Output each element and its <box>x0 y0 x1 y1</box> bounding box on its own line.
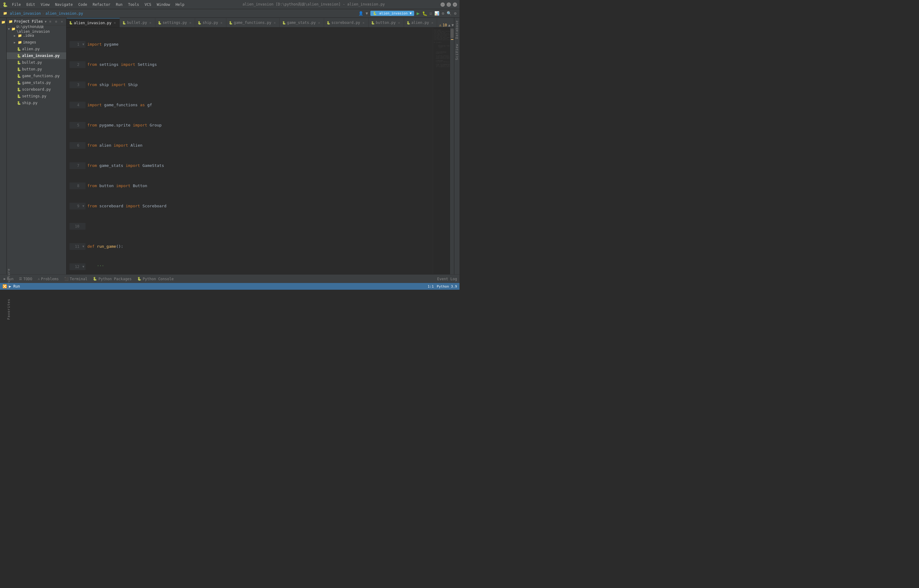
fold-4[interactable] <box>81 102 86 108</box>
menu-navigate[interactable]: Navigate <box>53 2 75 7</box>
tab-ship[interactable]: 🐍 ship.py ✕ <box>195 18 226 27</box>
tab-bullet[interactable]: 🐍 bullet.py ✕ <box>120 18 155 27</box>
tab-settings[interactable]: 🐍 settings.py ✕ <box>155 18 195 27</box>
python-version-indicator[interactable]: Python 3.9 <box>437 284 457 289</box>
line-num-2: 2 <box>69 61 81 68</box>
project-switcher[interactable]: 🐍 alien_invasion ▼ <box>370 11 414 16</box>
tab-alien[interactable]: 🐍 alien.py ✕ <box>404 18 438 27</box>
tab-close-game-functions[interactable]: ✕ <box>273 21 277 25</box>
python-packages-tab[interactable]: 🐍 Python Packages <box>90 275 134 283</box>
line-num-5: 5 <box>69 122 81 129</box>
close-panel-icon[interactable]: ✕ <box>60 19 64 24</box>
tree-item-alien-invasion[interactable]: 🐍 alien_invasion.py <box>7 52 66 59</box>
collapse-all-icon[interactable]: ≡ <box>48 19 53 24</box>
fold-11[interactable]: ▼ <box>81 243 86 250</box>
code-line-9: 9 ▼ from scoreboard import Scoreboard <box>69 203 430 210</box>
line-num-11: 11 <box>69 243 81 250</box>
fold-7[interactable] <box>81 162 86 169</box>
fold-8[interactable] <box>81 183 86 189</box>
tree-item-game-stats[interactable]: 🐍 game_stats.py <box>7 79 66 86</box>
project-title-dropdown[interactable]: ▼ <box>45 20 47 23</box>
event-log-btn[interactable]: Event Log <box>437 277 457 281</box>
menu-edit[interactable]: Edit <box>24 2 38 7</box>
menu-help[interactable]: Help <box>173 2 187 7</box>
close-button[interactable]: ✕ <box>453 2 457 7</box>
breadcrumb-sep: › <box>42 11 44 16</box>
terminal-tab[interactable]: ⬛ Terminal <box>62 275 90 283</box>
tree-root[interactable]: ▼ 📁 D:\python高级\alien_invasion <box>7 26 66 32</box>
fold-10[interactable] <box>81 223 86 230</box>
run-coverage-button[interactable]: ☑ <box>430 11 432 16</box>
python-console-tab[interactable]: 🐍 Python Console <box>135 275 176 283</box>
tree-item-button[interactable]: 🐍 button.py <box>7 66 66 73</box>
structure-label[interactable]: Structure <box>7 268 11 289</box>
fold-1[interactable]: ▼ <box>81 41 86 48</box>
project-icon-btn[interactable]: 📁 <box>0 19 6 25</box>
tab-close-ship[interactable]: ✕ <box>219 21 224 25</box>
scroll-track[interactable] <box>450 27 454 275</box>
tab-close-bullet[interactable]: ✕ <box>148 21 153 25</box>
search-button[interactable]: 🔍 <box>447 11 452 16</box>
minimap[interactable]: import pygame from settings import Setti… <box>433 27 450 275</box>
tab-close-scoreboard[interactable]: ✕ <box>362 21 366 25</box>
tab-close-game-stats[interactable]: ✕ <box>317 21 321 25</box>
gear-button[interactable]: ⚙ <box>454 11 456 16</box>
python-console-icon: 🐍 <box>137 277 142 281</box>
maximize-button[interactable]: □ <box>447 2 451 7</box>
tab-close-button[interactable]: ✕ <box>397 21 401 25</box>
settings-icon[interactable]: ⚙ <box>442 11 444 16</box>
tab-scoreboard[interactable]: 🐍 scoreboard.py ✕ <box>324 18 368 27</box>
tree-item-settings[interactable]: 🐍 settings.py <box>7 93 66 100</box>
tab-close-settings[interactable]: ✕ <box>188 21 192 25</box>
tree-item-scoreboard[interactable]: 🐍 scoreboard.py <box>7 86 66 93</box>
tab-button[interactable]: 🐍 button.py ✕ <box>368 18 404 27</box>
tree-item-bullet[interactable]: 🐍 bullet.py <box>7 59 66 66</box>
terminal-tab-label: Terminal <box>70 277 87 281</box>
scroll-thumb[interactable] <box>451 29 454 38</box>
fold-5[interactable] <box>81 122 86 129</box>
code-line-content-8: from button import Button <box>86 183 430 189</box>
tab-label-button: button.py <box>376 21 396 25</box>
tab-close-alien-invasion[interactable]: ✕ <box>113 21 117 25</box>
todo-tab[interactable]: ☰ TODO <box>16 275 35 283</box>
menu-vcs[interactable]: VCS <box>142 2 154 7</box>
menu-file[interactable]: File <box>10 2 23 7</box>
fold-3[interactable] <box>81 81 86 88</box>
menu-tools[interactable]: Tools <box>126 2 142 7</box>
fold-9[interactable]: ▼ <box>81 203 86 210</box>
nav-up-icon[interactable]: ▲ <box>448 23 450 27</box>
profile-button[interactable]: 📊 <box>434 11 439 16</box>
tab-close-alien[interactable]: ✕ <box>430 21 434 25</box>
breadcrumb-project[interactable]: alien_invasion <box>10 11 41 16</box>
fold-6[interactable] <box>81 142 86 149</box>
menu-refactor[interactable]: Refactor <box>90 2 113 7</box>
warnings-icon[interactable]: ⚠ <box>439 23 441 27</box>
tab-game-functions[interactable]: 🐍 game_functions.py ✕ <box>226 18 280 27</box>
minimize-button[interactable]: — <box>441 2 445 7</box>
nav-down-icon[interactable]: ▼ <box>452 23 454 27</box>
code-line-1: 1 ▼ import pygame <box>69 41 430 48</box>
tab-game-stats[interactable]: 🐍 game_stats.py ✕ <box>280 18 324 27</box>
sciview-tab[interactable]: SciView <box>454 41 460 63</box>
tab-alien-invasion[interactable]: 🐍 alien_invasion.py ✕ <box>66 18 120 27</box>
tree-item-alien[interactable]: 🐍 alien.py <box>7 46 66 52</box>
problems-tab[interactable]: ⚠ Problems <box>35 275 61 283</box>
tree-item-images[interactable]: ▶ 📁 images <box>7 39 66 46</box>
database-tab[interactable]: Database <box>454 18 460 41</box>
tree-item-ship[interactable]: 🐍 ship.py <box>7 100 66 106</box>
line-col-indicator[interactable]: 1:1 <box>428 284 434 289</box>
settings-icon[interactable]: ⚙ <box>53 19 58 24</box>
menu-run[interactable]: Run <box>113 2 125 7</box>
user-icon[interactable]: 👤 ▼ <box>359 11 368 16</box>
fold-12[interactable]: ▼ <box>81 263 86 270</box>
menu-window[interactable]: Window <box>154 2 173 7</box>
breadcrumb-file[interactable]: alien_invasion.py <box>45 11 83 16</box>
debug-button[interactable]: 🐛 <box>422 11 427 16</box>
tree-item-game-functions[interactable]: 🐍 game_functions.py <box>7 73 66 79</box>
run-button[interactable]: ▶ <box>417 10 420 16</box>
fold-2[interactable] <box>81 61 86 68</box>
menu-code[interactable]: Code <box>76 2 90 7</box>
code-content[interactable]: 1 ▼ import pygame 2 from settings import… <box>66 27 433 275</box>
menu-view[interactable]: View <box>38 2 52 7</box>
line-num-1: 1 <box>69 41 81 48</box>
